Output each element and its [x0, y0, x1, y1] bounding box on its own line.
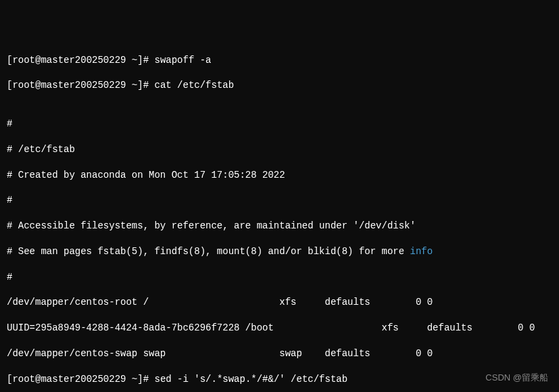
fstab-output: # Accessible filesystems, by reference, …: [7, 220, 552, 232]
fstab-output: # /etc/fstab: [7, 143, 552, 156]
prompt-host: master200250229: [41, 55, 126, 66]
prompt-line[interactable]: [root@master200250229 ~]# sed -i 's/.*sw…: [7, 373, 552, 386]
prompt-line[interactable]: [root@master200250229 ~]# swapoff -a: [7, 54, 552, 67]
prompt-user: root: [12, 55, 35, 66]
cmd-cat-fstab: cat /etc/fstab: [154, 80, 234, 91]
fstab-output: # Created by anaconda on Mon Oct 17 17:0…: [7, 169, 552, 182]
fstab-output: #: [7, 271, 552, 284]
cmd-swapoff: swapoff -a: [154, 55, 211, 66]
fstab-output: /dev/mapper/centos-root / xfs defaults 0…: [7, 296, 552, 309]
fstab-output: /dev/mapper/centos-swap swap swap defaul…: [7, 347, 552, 360]
fstab-output: #: [7, 118, 552, 130]
cmd-sed: sed -i 's/.*swap.*/#&/' /etc/fstab: [154, 374, 347, 385]
prompt-path: ~: [132, 55, 137, 66]
fstab-output: UUID=295a8949-4288-4424-8ada-7bc6296f722…: [7, 322, 552, 335]
prompt-line[interactable]: [root@master200250229 ~]# cat /etc/fstab: [7, 79, 552, 92]
fstab-output: # See man pages fstab(5), findfs(8), mou…: [7, 245, 552, 258]
prompt-hash: #: [143, 55, 149, 66]
info-link[interactable]: info: [410, 246, 433, 257]
fstab-output: #: [7, 194, 552, 207]
watermark: CSDN @留乘船: [485, 372, 548, 384]
